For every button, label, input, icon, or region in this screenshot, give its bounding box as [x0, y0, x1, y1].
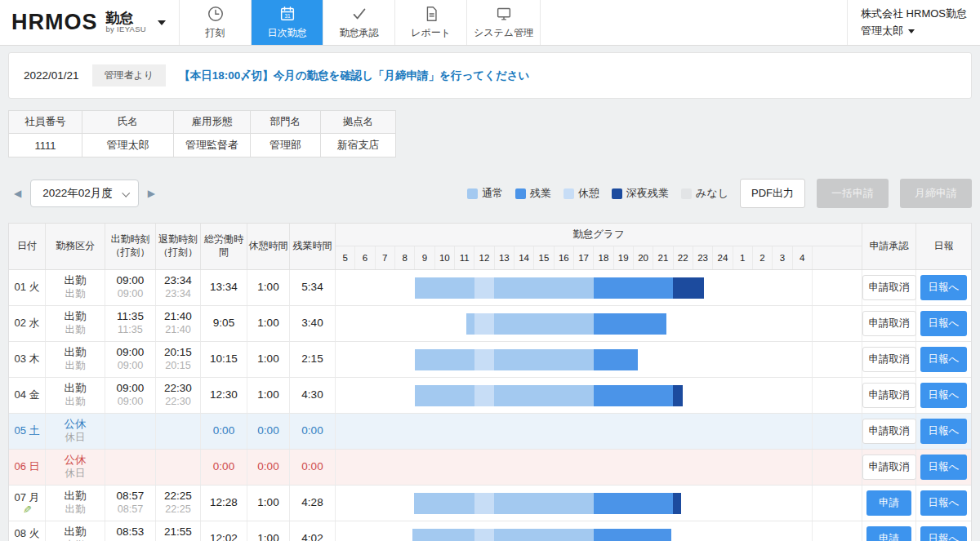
edit-pencil-icon[interactable]: ✎	[23, 504, 32, 515]
nav-tab-daily[interactable]: 31日次勤怠	[251, 0, 323, 45]
daily-report-button[interactable]: 日報へ	[920, 419, 968, 444]
nav-tab-label: レポート	[411, 26, 451, 40]
nav-tab-approval[interactable]: 勤怠承認	[323, 0, 394, 45]
worktype-label: 公休	[65, 454, 87, 468]
bulk-apply-button[interactable]: 一括申請	[817, 179, 889, 208]
clock-time: 21:55	[164, 525, 192, 539]
nav-tab-report[interactable]: レポート	[394, 0, 466, 45]
gantt-segment-latenight	[673, 277, 704, 299]
pdf-export-button[interactable]: PDF出力	[740, 179, 805, 208]
clock-time: 21:40	[164, 310, 192, 324]
nav-tab-label: システム管理	[474, 26, 533, 40]
cancel-request-button[interactable]: 申請取消	[862, 419, 916, 444]
graph-legend: 通常残業休憩深夜残業みなし	[467, 186, 728, 201]
hours-value: 0:00	[257, 460, 278, 474]
total-hours-cell: 12:30	[201, 378, 247, 413]
worktype-label: 出勤	[65, 525, 87, 539]
nav-tab-system[interactable]: システム管理	[466, 0, 541, 45]
report-cell: 日報へ	[916, 521, 971, 541]
clock-out-cell: 23:3423:34	[156, 270, 201, 305]
gantt-cell	[336, 342, 862, 377]
hours-value: 0:00	[213, 424, 234, 438]
clock-in-cell: 08:5708:57	[105, 486, 156, 521]
approval-column-header: 申請承認	[862, 224, 916, 269]
chevron-down-icon	[122, 188, 130, 197]
hour-header-cell: 5	[336, 246, 355, 269]
total-hours-cell: 12:02	[201, 521, 247, 541]
daily-report-button[interactable]: 日報へ	[920, 526, 968, 541]
hour-header-cell: 23	[693, 246, 713, 269]
clock-time: 22:30	[164, 382, 192, 396]
table-row: 06 日公休休日0:000:000:00申請取消日報へ	[9, 450, 971, 486]
attendance-table: 日付勤務区分出勤時刻 （打刻）退勤時刻 （打刻）総労働時間休憩時間残業時間 勤怠…	[8, 223, 972, 541]
hours-value: 4:30	[301, 388, 323, 402]
daily-report-button[interactable]: 日報へ	[920, 383, 968, 408]
legend-label: みなし	[696, 186, 728, 201]
date-cell: 02 水	[9, 306, 46, 341]
daily-report-button[interactable]: 日報へ	[920, 311, 968, 336]
overtime-hours-cell: 4:28	[290, 486, 336, 521]
next-month-icon[interactable]: ▶	[142, 183, 161, 204]
cancel-request-button[interactable]: 申請取消	[862, 275, 916, 300]
table-row: 05 土公休休日0:000:000:00申請取消日報へ	[9, 414, 971, 450]
legend-item: 休憩	[564, 186, 599, 201]
legend-item: 残業	[515, 186, 551, 201]
month-close-apply-button[interactable]: 月締申請	[900, 179, 972, 208]
account-menu[interactable]: 株式会社 HRMOS勤怠 管理太郎	[847, 0, 980, 45]
table-row: 08 火✎出勤出勤08:5308:5321:5521:5512:021:004:…	[9, 521, 971, 541]
daily-report-button[interactable]: 日報へ	[920, 490, 968, 516]
column-header: 日付	[9, 224, 46, 269]
gantt-segment-latenight	[673, 385, 683, 406]
month-select[interactable]: 2022年02月度	[30, 180, 139, 207]
nav-tab-dakoku[interactable]: 打刻	[179, 0, 251, 45]
worktype-sub-label: 出勤	[65, 324, 86, 337]
employee-col-header: 雇用形態	[174, 111, 251, 134]
cancel-request-button[interactable]: 申請取消	[862, 347, 916, 372]
table-row: 04 金出勤出勤09:0009:0022:3022:3012:301:004:3…	[9, 378, 971, 414]
hours-value: 12:30	[210, 388, 238, 402]
employee-value: 管理部	[251, 134, 321, 157]
apply-request-button[interactable]: 申請	[866, 490, 911, 516]
break-hours-cell: 1:00	[247, 342, 290, 377]
daily-report-button[interactable]: 日報へ	[920, 275, 968, 300]
logo-dropdown-icon[interactable]	[158, 20, 166, 25]
hours-value: 10:15	[210, 353, 238, 366]
worktype-cell: 出勤出勤	[46, 521, 105, 541]
gantt-segment-overtime	[594, 493, 673, 514]
hours-value: 0:00	[213, 460, 234, 474]
hour-header-cell: 4	[793, 246, 813, 269]
column-header: 勤務区分	[46, 224, 105, 269]
document-icon	[422, 5, 440, 23]
svg-text:31: 31	[284, 13, 291, 19]
daily-report-button[interactable]: 日報へ	[920, 347, 968, 372]
hours-value: 2:15	[301, 353, 323, 366]
notice-message-link[interactable]: 【本日18:00〆切】今月の勤怠を確認し「月締申請」を行ってください	[179, 69, 529, 83]
date-label: 05 土	[14, 424, 39, 437]
employee-value: 管理監督者	[174, 134, 251, 157]
hour-header-row: 567891011121314151617181920212223241234	[336, 246, 862, 269]
date-cell: 04 金	[9, 378, 46, 413]
date-cell: 05 土	[9, 414, 46, 449]
hours-value: 0:00	[301, 424, 323, 438]
hours-value: 4:28	[301, 496, 323, 510]
prev-month-icon[interactable]: ◀	[8, 183, 27, 204]
apply-request-button[interactable]: 申請	[866, 526, 911, 541]
worktype-cell: 出勤出勤	[46, 306, 105, 341]
daily-report-button[interactable]: 日報へ	[920, 455, 968, 480]
cancel-request-button[interactable]: 申請取消	[862, 383, 916, 408]
account-user: 管理太郎	[861, 24, 903, 38]
cancel-request-button[interactable]: 申請取消	[862, 455, 916, 480]
date-cell: 01 火	[9, 270, 46, 305]
app-logo[interactable]: HRMOS 勤怠 by IEYASU	[0, 0, 179, 45]
cancel-request-button[interactable]: 申請取消	[862, 311, 916, 336]
gantt-header: 勤怠グラフ 5678910111213141516171819202122232…	[336, 224, 862, 269]
worktype-label: 出勤	[65, 346, 87, 360]
overtime-hours-cell: 4:30	[290, 378, 336, 413]
employee-value: 1111	[9, 134, 82, 157]
clock-time: 11:35	[117, 310, 144, 324]
clock-time-stamped: 22:25	[165, 503, 191, 517]
hour-header-cell: 20	[634, 246, 653, 269]
worktype-label: 出勤	[65, 382, 87, 396]
logo-byline: by IEYASU	[106, 25, 147, 33]
gantt-cell	[336, 486, 862, 521]
